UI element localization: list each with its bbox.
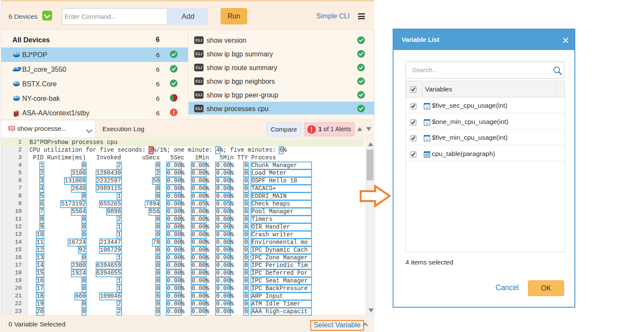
svg-text:x: x: [425, 137, 428, 141]
svg-text:x: x: [425, 120, 428, 125]
svg-text:x: x: [425, 105, 428, 109]
